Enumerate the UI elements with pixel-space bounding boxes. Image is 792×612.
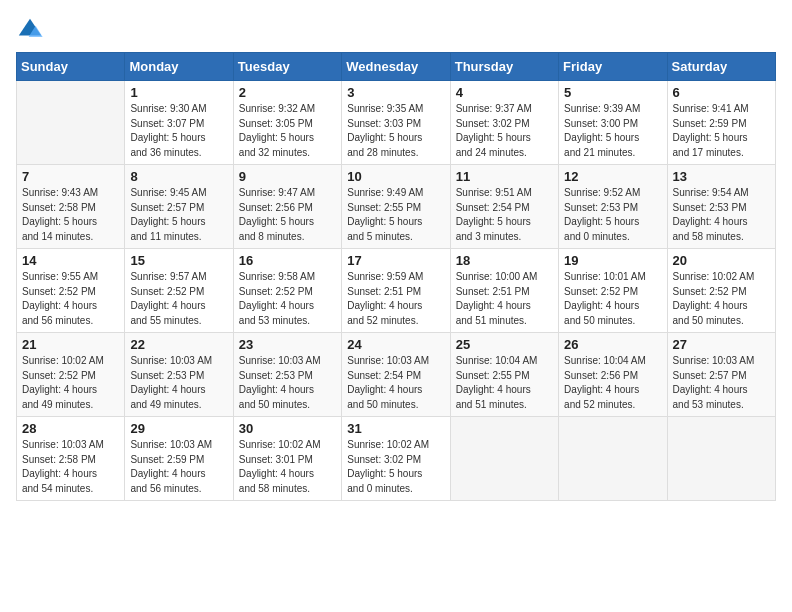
calendar-cell — [667, 417, 775, 501]
calendar-week-row: 1Sunrise: 9:30 AM Sunset: 3:07 PM Daylig… — [17, 81, 776, 165]
day-number: 3 — [347, 85, 444, 100]
day-info: Sunrise: 9:32 AM Sunset: 3:05 PM Dayligh… — [239, 102, 336, 160]
day-number: 9 — [239, 169, 336, 184]
calendar-cell — [17, 81, 125, 165]
day-info: Sunrise: 10:03 AM Sunset: 2:53 PM Daylig… — [239, 354, 336, 412]
day-number: 14 — [22, 253, 119, 268]
column-header-sunday: Sunday — [17, 53, 125, 81]
calendar-cell: 14Sunrise: 9:55 AM Sunset: 2:52 PM Dayli… — [17, 249, 125, 333]
day-info: Sunrise: 9:43 AM Sunset: 2:58 PM Dayligh… — [22, 186, 119, 244]
calendar-cell: 3Sunrise: 9:35 AM Sunset: 3:03 PM Daylig… — [342, 81, 450, 165]
day-number: 4 — [456, 85, 553, 100]
calendar-cell: 15Sunrise: 9:57 AM Sunset: 2:52 PM Dayli… — [125, 249, 233, 333]
calendar-cell: 19Sunrise: 10:01 AM Sunset: 2:52 PM Dayl… — [559, 249, 667, 333]
logo-icon — [16, 16, 44, 44]
calendar-cell: 9Sunrise: 9:47 AM Sunset: 2:56 PM Daylig… — [233, 165, 341, 249]
page-header — [16, 16, 776, 44]
column-header-friday: Friday — [559, 53, 667, 81]
day-info: Sunrise: 9:51 AM Sunset: 2:54 PM Dayligh… — [456, 186, 553, 244]
calendar-cell: 10Sunrise: 9:49 AM Sunset: 2:55 PM Dayli… — [342, 165, 450, 249]
calendar-header-row: SundayMondayTuesdayWednesdayThursdayFrid… — [17, 53, 776, 81]
day-number: 26 — [564, 337, 661, 352]
column-header-thursday: Thursday — [450, 53, 558, 81]
calendar-cell: 5Sunrise: 9:39 AM Sunset: 3:00 PM Daylig… — [559, 81, 667, 165]
day-number: 30 — [239, 421, 336, 436]
calendar-cell: 31Sunrise: 10:02 AM Sunset: 3:02 PM Dayl… — [342, 417, 450, 501]
calendar-week-row: 28Sunrise: 10:03 AM Sunset: 2:58 PM Dayl… — [17, 417, 776, 501]
day-info: Sunrise: 9:58 AM Sunset: 2:52 PM Dayligh… — [239, 270, 336, 328]
day-number: 18 — [456, 253, 553, 268]
day-number: 2 — [239, 85, 336, 100]
calendar-cell: 8Sunrise: 9:45 AM Sunset: 2:57 PM Daylig… — [125, 165, 233, 249]
day-number: 17 — [347, 253, 444, 268]
day-info: Sunrise: 9:45 AM Sunset: 2:57 PM Dayligh… — [130, 186, 227, 244]
column-header-saturday: Saturday — [667, 53, 775, 81]
calendar-cell — [559, 417, 667, 501]
day-info: Sunrise: 9:52 AM Sunset: 2:53 PM Dayligh… — [564, 186, 661, 244]
day-info: Sunrise: 10:02 AM Sunset: 2:52 PM Daylig… — [673, 270, 770, 328]
day-info: Sunrise: 9:47 AM Sunset: 2:56 PM Dayligh… — [239, 186, 336, 244]
calendar-cell: 24Sunrise: 10:03 AM Sunset: 2:54 PM Dayl… — [342, 333, 450, 417]
calendar-cell: 7Sunrise: 9:43 AM Sunset: 2:58 PM Daylig… — [17, 165, 125, 249]
calendar-cell: 18Sunrise: 10:00 AM Sunset: 2:51 PM Dayl… — [450, 249, 558, 333]
day-number: 15 — [130, 253, 227, 268]
logo — [16, 16, 48, 44]
calendar-cell: 13Sunrise: 9:54 AM Sunset: 2:53 PM Dayli… — [667, 165, 775, 249]
day-number: 23 — [239, 337, 336, 352]
day-number: 8 — [130, 169, 227, 184]
day-number: 10 — [347, 169, 444, 184]
calendar-table: SundayMondayTuesdayWednesdayThursdayFrid… — [16, 52, 776, 501]
calendar-cell: 30Sunrise: 10:02 AM Sunset: 3:01 PM Dayl… — [233, 417, 341, 501]
day-number: 25 — [456, 337, 553, 352]
calendar-cell — [450, 417, 558, 501]
day-info: Sunrise: 9:35 AM Sunset: 3:03 PM Dayligh… — [347, 102, 444, 160]
day-info: Sunrise: 9:54 AM Sunset: 2:53 PM Dayligh… — [673, 186, 770, 244]
day-info: Sunrise: 10:00 AM Sunset: 2:51 PM Daylig… — [456, 270, 553, 328]
calendar-cell: 16Sunrise: 9:58 AM Sunset: 2:52 PM Dayli… — [233, 249, 341, 333]
day-number: 22 — [130, 337, 227, 352]
calendar-week-row: 7Sunrise: 9:43 AM Sunset: 2:58 PM Daylig… — [17, 165, 776, 249]
day-number: 24 — [347, 337, 444, 352]
calendar-cell: 23Sunrise: 10:03 AM Sunset: 2:53 PM Dayl… — [233, 333, 341, 417]
calendar-cell: 21Sunrise: 10:02 AM Sunset: 2:52 PM Dayl… — [17, 333, 125, 417]
day-number: 27 — [673, 337, 770, 352]
day-info: Sunrise: 10:04 AM Sunset: 2:55 PM Daylig… — [456, 354, 553, 412]
calendar-cell: 28Sunrise: 10:03 AM Sunset: 2:58 PM Dayl… — [17, 417, 125, 501]
day-info: Sunrise: 9:41 AM Sunset: 2:59 PM Dayligh… — [673, 102, 770, 160]
column-header-wednesday: Wednesday — [342, 53, 450, 81]
day-number: 29 — [130, 421, 227, 436]
calendar-week-row: 14Sunrise: 9:55 AM Sunset: 2:52 PM Dayli… — [17, 249, 776, 333]
day-info: Sunrise: 9:39 AM Sunset: 3:00 PM Dayligh… — [564, 102, 661, 160]
calendar-cell: 1Sunrise: 9:30 AM Sunset: 3:07 PM Daylig… — [125, 81, 233, 165]
day-info: Sunrise: 10:02 AM Sunset: 3:02 PM Daylig… — [347, 438, 444, 496]
day-number: 19 — [564, 253, 661, 268]
day-number: 16 — [239, 253, 336, 268]
day-number: 20 — [673, 253, 770, 268]
day-number: 7 — [22, 169, 119, 184]
day-info: Sunrise: 9:49 AM Sunset: 2:55 PM Dayligh… — [347, 186, 444, 244]
calendar-cell: 12Sunrise: 9:52 AM Sunset: 2:53 PM Dayli… — [559, 165, 667, 249]
calendar-cell: 11Sunrise: 9:51 AM Sunset: 2:54 PM Dayli… — [450, 165, 558, 249]
day-info: Sunrise: 9:57 AM Sunset: 2:52 PM Dayligh… — [130, 270, 227, 328]
day-info: Sunrise: 9:59 AM Sunset: 2:51 PM Dayligh… — [347, 270, 444, 328]
calendar-cell: 20Sunrise: 10:02 AM Sunset: 2:52 PM Dayl… — [667, 249, 775, 333]
calendar-cell: 17Sunrise: 9:59 AM Sunset: 2:51 PM Dayli… — [342, 249, 450, 333]
calendar-cell: 4Sunrise: 9:37 AM Sunset: 3:02 PM Daylig… — [450, 81, 558, 165]
day-info: Sunrise: 10:03 AM Sunset: 2:57 PM Daylig… — [673, 354, 770, 412]
calendar-cell: 22Sunrise: 10:03 AM Sunset: 2:53 PM Dayl… — [125, 333, 233, 417]
day-info: Sunrise: 10:03 AM Sunset: 2:58 PM Daylig… — [22, 438, 119, 496]
day-info: Sunrise: 10:02 AM Sunset: 2:52 PM Daylig… — [22, 354, 119, 412]
day-number: 31 — [347, 421, 444, 436]
day-info: Sunrise: 9:37 AM Sunset: 3:02 PM Dayligh… — [456, 102, 553, 160]
day-number: 12 — [564, 169, 661, 184]
day-info: Sunrise: 10:03 AM Sunset: 2:59 PM Daylig… — [130, 438, 227, 496]
column-header-monday: Monday — [125, 53, 233, 81]
day-number: 21 — [22, 337, 119, 352]
day-info: Sunrise: 10:03 AM Sunset: 2:54 PM Daylig… — [347, 354, 444, 412]
column-header-tuesday: Tuesday — [233, 53, 341, 81]
calendar-cell: 25Sunrise: 10:04 AM Sunset: 2:55 PM Dayl… — [450, 333, 558, 417]
calendar-cell: 2Sunrise: 9:32 AM Sunset: 3:05 PM Daylig… — [233, 81, 341, 165]
day-number: 13 — [673, 169, 770, 184]
calendar-week-row: 21Sunrise: 10:02 AM Sunset: 2:52 PM Dayl… — [17, 333, 776, 417]
day-info: Sunrise: 10:02 AM Sunset: 3:01 PM Daylig… — [239, 438, 336, 496]
